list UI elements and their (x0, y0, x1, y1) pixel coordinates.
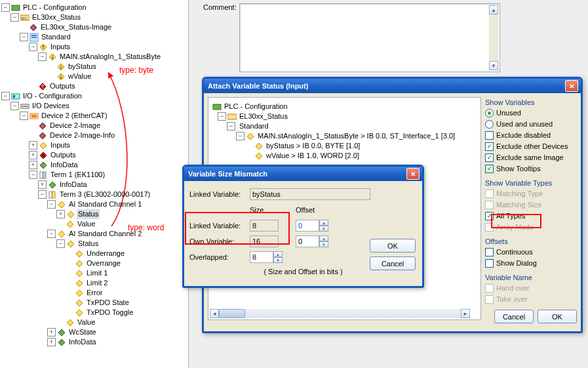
spinner[interactable]: ▲▼ (273, 251, 283, 263)
scrollbar-thumb[interactable] (219, 309, 245, 318)
spinner[interactable]: ▲▼ (319, 220, 328, 232)
tree-item-device2-image[interactable]: Device 2-Image (1, 121, 187, 131)
tree-item-io-config[interactable]: −I/O - Configuration (1, 91, 187, 101)
tree-item-term3[interactable]: −Term 3 (EL3002-0000-0017) (1, 190, 187, 199)
scrollbar-vertical[interactable]: ▲ ▼ (489, 5, 498, 70)
check-exclude-other[interactable]: Exclude other Devices (485, 141, 577, 152)
tree-item-el30xx-status[interactable]: −IECEL30xx_Status (1, 12, 187, 22)
overlapped-input[interactable]: 8 (250, 251, 273, 263)
expand-icon[interactable]: + (29, 161, 37, 169)
collapse-icon[interactable]: − (56, 239, 65, 248)
collapse-icon[interactable]: − (47, 200, 56, 209)
check-show-dialog[interactable]: Show Dialog (485, 258, 577, 268)
scrollbar-horizontal[interactable]: ◄ ► (210, 309, 470, 318)
tree-item-limit2[interactable]: Limit 2 (1, 278, 187, 288)
collapse-icon[interactable]: − (236, 132, 245, 140)
tree-item[interactable]: −MAIN.stAnalogIn_1_StatusByte > IB 0.0, … (212, 131, 477, 141)
tree-item-wvalue[interactable]: wValue (1, 72, 187, 81)
tree-item-term1[interactable]: −Term 1 (EK1100) (1, 170, 187, 180)
tree-item-ai-ch1[interactable]: −AI Standard Channel 1 (1, 199, 187, 209)
tree-item-plc-config[interactable]: −PLC - Configuration (1, 3, 187, 12)
tree-item-standard[interactable]: −Standard (1, 32, 187, 42)
collapse-icon[interactable]: − (20, 112, 28, 120)
close-button[interactable]: ✕ (406, 168, 420, 180)
tree-item-device2-image-info[interactable]: Device 2-Image-Info (1, 131, 187, 140)
var-in-icon (75, 298, 84, 308)
dialog-titlebar[interactable]: Attach Variable Status (Input) ✕ (204, 79, 581, 93)
var-in-icon (66, 318, 75, 327)
tree-item-infodata3[interactable]: +InfoData (1, 337, 187, 347)
tree-item-value[interactable]: Value (1, 219, 187, 229)
dialog-titlebar[interactable]: Variable Size Mismatch ✕ (184, 167, 422, 181)
tree-item-error[interactable]: Error (1, 288, 187, 298)
collapse-icon[interactable]: − (1, 3, 10, 12)
collapse-icon[interactable]: − (47, 230, 56, 238)
tree-item-infodata2[interactable]: +InfoData (1, 180, 187, 190)
comment-textarea[interactable]: ▲ ▼ (239, 3, 500, 72)
collapse-icon[interactable]: − (29, 43, 37, 51)
collapse-icon[interactable]: − (227, 122, 235, 131)
tree-item-bystatus[interactable]: byStatus (1, 62, 187, 72)
scroll-right-icon[interactable]: ► (461, 309, 470, 318)
scroll-left-icon[interactable]: ◄ (210, 309, 219, 318)
ok-button[interactable]: OK (370, 239, 416, 253)
tree-item[interactable]: wValue > IB 1.0, WORD [2.0] (212, 151, 477, 161)
tree-item-underrange[interactable]: Underrange (1, 249, 187, 258)
tree-item-inputs[interactable]: −Inputs (1, 42, 187, 52)
tree-item[interactable]: −EL30xx_Status (212, 112, 477, 121)
own-offset-input[interactable]: 0 (296, 235, 319, 247)
tree-item-io-devices[interactable]: −I/O Devices (1, 101, 187, 111)
tree-item-ai-ch2[interactable]: −AI Standard Channel 2 (1, 229, 187, 239)
tree-item[interactable]: PLC - Configuration (212, 102, 477, 112)
expand-icon[interactable]: + (47, 338, 56, 346)
tree-item-device2[interactable]: −Device 2 (EtherCAT) (1, 111, 187, 121)
expand-icon[interactable]: + (29, 151, 37, 159)
expand-icon[interactable]: + (56, 210, 65, 218)
tree-item[interactable]: byStatus > IB 0.0, BYTE [1.0] (212, 141, 477, 151)
expand-icon[interactable]: + (29, 141, 37, 150)
check-tooltips[interactable]: Show Tooltips (485, 163, 577, 174)
tree-item-status2[interactable]: −Status (1, 239, 187, 249)
check-all-types[interactable]: All Types (485, 211, 577, 221)
expand-icon[interactable]: + (47, 328, 56, 337)
dialog-title: Attach Variable Status (Input) (206, 82, 565, 90)
tree-item-limit1[interactable]: Limit 1 (1, 268, 187, 278)
tree-item-outputs[interactable]: Outputs (1, 81, 187, 91)
collapse-icon[interactable]: − (20, 33, 28, 41)
tree-item-txpdo-toggle[interactable]: TxPDO Toggle (1, 308, 187, 317)
scroll-down-icon[interactable]: ▼ (489, 61, 498, 70)
tree-item-status[interactable]: +Status (1, 209, 187, 219)
collapse-icon[interactable]: − (1, 92, 10, 100)
check-continuous[interactable]: Continuous (485, 247, 577, 257)
cancel-button[interactable]: Cancel (370, 256, 416, 270)
tree-item-outputs2[interactable]: +Outputs (1, 150, 187, 160)
collapse-icon[interactable]: − (10, 102, 19, 110)
tree-item-wcstate[interactable]: +WcState (1, 327, 187, 337)
collapse-icon[interactable]: − (38, 190, 47, 199)
cancel-button[interactable]: Cancel (494, 310, 534, 323)
check-exclude-same[interactable]: Exclude same Image (485, 152, 577, 163)
collapse-icon[interactable]: − (218, 112, 226, 121)
tree-item-inputs2[interactable]: +Inputs (1, 140, 187, 150)
ok-button[interactable]: OK (538, 310, 577, 323)
check-exclude-disabled[interactable]: Exclude disabled (485, 130, 577, 140)
radio-used-unused[interactable]: Used and unused (485, 119, 577, 129)
expand-icon[interactable]: + (38, 180, 47, 189)
collapse-icon[interactable]: − (10, 13, 19, 22)
tree-item-value2[interactable]: Value (1, 317, 187, 327)
linked-offset-input[interactable]: 0 (296, 220, 319, 232)
close-button[interactable]: ✕ (565, 80, 578, 92)
collapse-icon[interactable]: − (29, 171, 37, 179)
tree-item-overrange[interactable]: Overrange (1, 258, 187, 268)
scroll-up-icon[interactable]: ▲ (489, 5, 498, 14)
tree-item-infodata[interactable]: +InfoData (1, 160, 187, 170)
collapse-icon[interactable]: − (38, 52, 47, 61)
radio-unused[interactable]: Unused (485, 108, 577, 118)
tree-item-status-image[interactable]: EL30xx_Status-Image (1, 22, 187, 32)
group-show-variables: Show Variables (485, 98, 577, 106)
tree-item-txpdo-state[interactable]: TxPDO State (1, 298, 187, 308)
spinner[interactable]: ▲▼ (319, 235, 328, 247)
tree-item[interactable]: −Standard (212, 121, 477, 131)
filter-panel: Show Variables Unused Used and unused Ex… (484, 93, 581, 324)
tree-item-main-statusbyte[interactable]: −MAIN.stAnalogIn_1_StatusByte (1, 52, 187, 62)
